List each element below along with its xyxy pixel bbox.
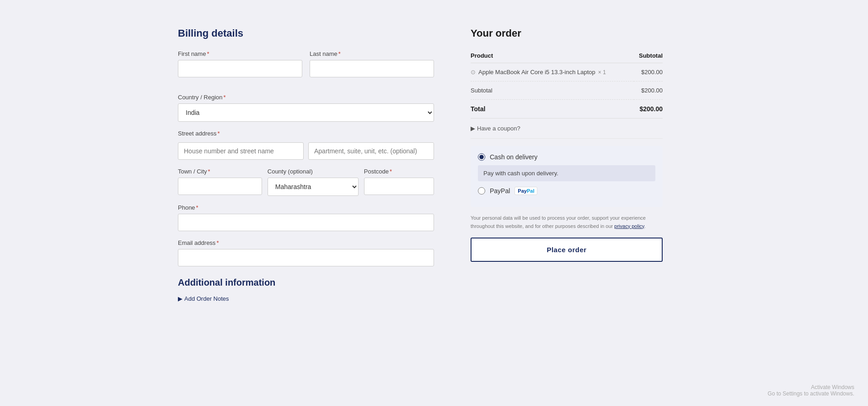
payment-option-cod[interactable]: Cash on delivery (478, 153, 655, 161)
phone-group: Phone* (178, 204, 434, 231)
cod-label: Cash on delivery (490, 153, 537, 161)
total-label-cell: Total (471, 100, 634, 119)
phone-label: Phone* (178, 204, 434, 211)
email-group: Email address* (178, 239, 434, 266)
last-name-group: Last name* (310, 50, 434, 77)
last-name-label: Last name* (310, 50, 434, 57)
product-icon: ⊙ (471, 69, 476, 76)
total-value-cell: $200.00 (634, 100, 663, 119)
email-input[interactable] (178, 249, 434, 266)
arrow-icon: ▶ (178, 295, 182, 302)
table-row: ⊙ Apple MacBook Air Core i5 13.3-inch La… (471, 63, 663, 81)
subtotal-label-cell: Subtotal (471, 81, 634, 100)
town-city-label: Town / City* (178, 168, 262, 175)
street-address-group: Street address* (178, 130, 434, 140)
product-qty: × 1 (598, 69, 606, 76)
coupon-row: ▶ Have a coupon? (471, 119, 663, 139)
county-group: County (optional) Maharashtra Delhi Karn… (268, 168, 359, 196)
product-column-header: Product (471, 49, 634, 63)
coupon-arrow-icon: ▶ (471, 125, 475, 132)
email-label: Email address* (178, 239, 434, 246)
place-order-button[interactable]: Place order (471, 238, 663, 262)
county-label: County (optional) (268, 168, 359, 175)
street-inputs-row (178, 142, 434, 160)
product-price-cell: $200.00 (634, 63, 663, 81)
total-row: Total $200.00 (471, 100, 663, 119)
paypal-radio[interactable] (478, 187, 485, 195)
county-select[interactable]: Maharashtra Delhi Karnataka Tamil Nadu G… (268, 178, 359, 196)
country-label: Country / Region* (178, 94, 434, 101)
additional-info-title: Additional information (178, 277, 434, 288)
privacy-policy-link[interactable]: privacy policy (614, 223, 644, 229)
first-name-label: First name* (178, 50, 302, 57)
country-group: Country / Region* India United States Un… (178, 94, 434, 122)
street-address-label: Street address* (178, 130, 434, 137)
last-name-input[interactable] (310, 60, 434, 77)
phone-input[interactable] (178, 214, 434, 231)
activate-windows-notice: Activate Windows Go to Settings to activ… (768, 384, 854, 397)
order-section: Your order Product Subtotal ⊙ Apple MacB… (471, 27, 663, 262)
postcode-input[interactable] (364, 178, 434, 195)
order-title: Your order (471, 27, 663, 39)
subtotal-value-cell: $200.00 (634, 81, 663, 100)
street-apt-input[interactable] (308, 142, 434, 160)
payment-option-paypal[interactable]: PayPal PayPal (478, 187, 655, 195)
first-name-input[interactable] (178, 60, 302, 77)
street-apt-group (308, 142, 434, 160)
postcode-group: Postcode* (364, 168, 434, 196)
subtotal-column-header: Subtotal (634, 49, 663, 63)
order-table: Product Subtotal ⊙ Apple MacBook Air Cor… (471, 49, 663, 119)
add-order-notes-link[interactable]: ▶ Add Order Notes (178, 295, 434, 302)
first-name-group: First name* (178, 50, 302, 77)
product-name-text: Apple MacBook Air Core i5 13.3-inch Lapt… (478, 69, 595, 76)
paypal-logo: PayPal (514, 187, 537, 195)
country-select[interactable]: India United States United Kingdom Canad… (178, 103, 434, 122)
coupon-label: Have a coupon? (477, 125, 520, 132)
cod-description: Pay with cash upon delivery. (478, 165, 655, 181)
product-cell: ⊙ Apple MacBook Air Core i5 13.3-inch La… (471, 63, 634, 81)
billing-section: Billing details First name* Last name* C… (178, 27, 434, 302)
billing-title: Billing details (178, 27, 434, 39)
payment-box: Cash on delivery Pay with cash upon deli… (471, 146, 663, 207)
coupon-link[interactable]: ▶ Have a coupon? (471, 125, 663, 132)
subtotal-row: Subtotal $200.00 (471, 81, 663, 100)
street-main-group (178, 142, 304, 160)
city-county-post-row: Town / City* County (optional) Maharasht… (178, 168, 434, 196)
privacy-text: Your personal data will be used to proce… (471, 214, 663, 230)
postcode-label: Postcode* (364, 168, 434, 175)
cod-radio[interactable] (478, 153, 485, 161)
town-city-input[interactable] (178, 178, 262, 195)
paypal-label: PayPal (490, 187, 510, 195)
street-main-input[interactable] (178, 142, 304, 160)
town-city-group: Town / City* (178, 168, 262, 196)
